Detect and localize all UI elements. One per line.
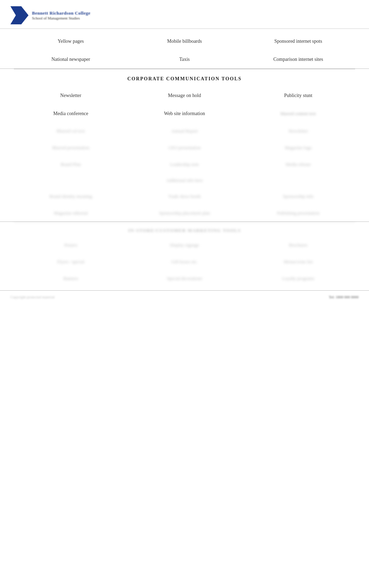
- blurred-row-6: Posters Display signage Brochures: [14, 237, 355, 253]
- blurred-cell-2b: CEO presentation: [128, 139, 241, 156]
- blurred-row-2: Blurred presentation CEO presentation Ma…: [14, 139, 355, 156]
- blurred-row-4: Brand identity meaning Trade show booth …: [14, 188, 355, 205]
- blurred-row-5: Magazine editorial Sponsorship placement…: [14, 205, 355, 221]
- logo-box: Bennett Richardson College School of Man…: [10, 6, 90, 24]
- cell-national-newspaper: National newspaper: [14, 50, 128, 69]
- blurred-cell-2c: Magazine logo: [241, 139, 355, 156]
- blurred-cell-5c: Publishing presentation: [241, 205, 355, 221]
- cell-taxis: Taxis: [128, 50, 241, 69]
- cell-media-conference: Media conference: [14, 105, 128, 123]
- blurred-cell-6b: Display signage: [128, 237, 241, 253]
- corp-row2: Media conference Web site information bl…: [14, 105, 355, 123]
- footer: Copyright protected material Tel: 1800 0…: [0, 290, 369, 303]
- blurred-cell-3a: Board Plan: [14, 156, 128, 173]
- blurred-cell-1a: Blurred col text: [14, 123, 128, 139]
- blurred-cell-8c: Loyalty programs: [241, 270, 355, 287]
- blurred-cell-5a: Magazine editorial: [14, 205, 128, 221]
- blurred-cell-4b: Trade show booth: [128, 188, 241, 205]
- blurred-row-8: Banners Special decorations Loyalty prog…: [14, 270, 355, 287]
- cell-yellow-pages: Yellow pages: [14, 32, 128, 50]
- blurred-cell-7a: Flyers / special: [14, 253, 128, 270]
- blurred-cell-6a: Posters: [14, 237, 128, 253]
- instore-section-title: In-store/customer marketing tools: [14, 222, 355, 237]
- cell-website-info: Web site information: [128, 105, 241, 123]
- blurred-cell-2a: Blurred presentation: [14, 139, 128, 156]
- blurred-cell-6c: Brochures: [241, 237, 355, 253]
- corporate-section: CORPORATE COMMUNICATION TOOLS Newsletter…: [0, 69, 369, 221]
- corp-row1: Newsletter Message on hold Publicity stu…: [14, 87, 355, 105]
- cell-message-on-hold: Message on hold: [128, 87, 241, 105]
- blurred-cell-3c: Media release: [241, 156, 355, 173]
- footer-copyright: Copyright protected material: [10, 295, 55, 299]
- blurred-row-3: Board Plan Leadership note Media release: [14, 156, 355, 173]
- logo-icon: [10, 6, 28, 24]
- footer-phone: Tel: 1800 000 0000: [329, 295, 359, 299]
- cell-sponsored-spots: Sponsored internet spots: [241, 32, 355, 50]
- blurred-cell-7c: Menus/wine list: [241, 253, 355, 270]
- header: Bennett Richardson College School of Man…: [0, 0, 369, 29]
- cell-blurred-1: blurred content text: [241, 105, 355, 123]
- top-section: Yellow pages Mobile billboards Sponsored…: [0, 29, 369, 69]
- blurred-cell-7b: Gift boxes etc.: [128, 253, 241, 270]
- blurred-cell-3b: Leadership note: [128, 156, 241, 173]
- corporate-section-title: CORPORATE COMMUNICATION TOOLS: [14, 69, 355, 87]
- blurred-cell-4a: Brand identity meaning: [14, 188, 128, 205]
- logo-text-block: Bennett Richardson College School of Man…: [32, 10, 90, 20]
- blurred-cell-1b: Annual Report: [128, 123, 241, 139]
- blurred-cell-8b: Special decorations: [128, 270, 241, 287]
- logo-line2: School of Management Studies: [32, 16, 90, 20]
- cell-mobile-billboards: Mobile billboards: [128, 32, 241, 50]
- cell-publicity-stunt: Publicity stunt: [241, 87, 355, 105]
- single-center-cell-1: Additional info here: [128, 173, 241, 188]
- blurred-row-7: Flyers / special Gift boxes etc. Menus/w…: [14, 253, 355, 270]
- top-grid-row2: National newspaper Taxis Comparison inte…: [14, 50, 355, 69]
- blurred-cell-4c: Sponsorship info: [241, 188, 355, 205]
- blurred-cell-5b: Sponsorship placement plan: [128, 205, 241, 221]
- cell-comparison-sites: Comparison internet sites: [241, 50, 355, 69]
- blurred-cell-1c: Newsletter: [241, 123, 355, 139]
- instore-section: In-store/customer marketing tools Poster…: [0, 222, 369, 287]
- page-container: Bennett Richardson College School of Man…: [0, 0, 369, 588]
- blurred-row-1: Blurred col text Annual Report Newslette…: [14, 123, 355, 139]
- top-grid-row1: Yellow pages Mobile billboards Sponsored…: [14, 32, 355, 50]
- blurred-cell-8a: Banners: [14, 270, 128, 287]
- cell-newsletter: Newsletter: [14, 87, 128, 105]
- single-center-row-1: Additional info here: [14, 173, 355, 188]
- logo-line1: Bennett Richardson College: [32, 10, 90, 16]
